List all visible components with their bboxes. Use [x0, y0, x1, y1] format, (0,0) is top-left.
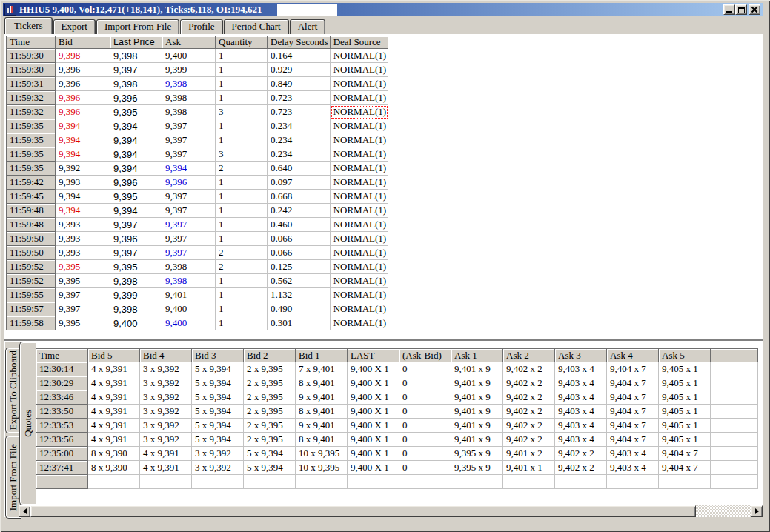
cell-time[interactable]: 11:59:32 — [7, 91, 56, 105]
cell-quantity[interactable]: 1 — [216, 274, 268, 288]
cell-delay-seconds[interactable]: 0.929 — [268, 63, 331, 77]
cell-bid2[interactable]: 5 x 9,394 — [244, 461, 296, 475]
cell-ask[interactable]: 9,397 — [162, 232, 216, 246]
cell-blank[interactable] — [711, 390, 758, 405]
cell-quantity[interactable]: 1 — [216, 302, 268, 316]
cell-deal-source[interactable]: NORMAL(1) — [331, 218, 389, 232]
cell-last-price[interactable]: 9,398 — [110, 274, 162, 288]
cell-ask1[interactable]: 9,401 x 9 — [451, 433, 503, 447]
cell-deal-source[interactable]: NORMAL(1) — [331, 162, 389, 176]
cell-ask[interactable]: 9,394 — [162, 162, 216, 176]
cell-ask[interactable]: 9,400 — [162, 316, 216, 330]
cell-blank[interactable] — [711, 419, 758, 433]
cell-bid1[interactable]: 7 x 9,401 — [296, 362, 348, 376]
cell-ask2[interactable]: 9,402 x 2 — [503, 362, 555, 376]
cell-deal-source[interactable]: NORMAL(1) — [331, 190, 389, 204]
cell-bid[interactable]: 9,395 — [56, 274, 110, 288]
cell-ask2[interactable]: 9,402 x 2 — [503, 433, 555, 447]
cell-bid1[interactable]: 8 x 9,401 — [296, 433, 348, 447]
cell-ask4[interactable]: 9,404 x 7 — [607, 376, 659, 390]
cell-delay-seconds[interactable]: 1.132 — [268, 288, 331, 302]
cell-time[interactable]: 11:59:48 — [7, 218, 56, 232]
cell-ask1[interactable]: 9,395 x 9 — [451, 461, 503, 475]
cell-bid2[interactable]: 2 x 9,395 — [244, 376, 296, 390]
cell-ask1[interactable]: 9,401 x 9 — [451, 419, 503, 433]
cell-time[interactable]: 11:59:57 — [7, 302, 56, 316]
cell-delay-seconds[interactable]: 0.234 — [268, 119, 331, 133]
cell-bid3[interactable]: 5 x 9,394 — [192, 405, 244, 419]
cell-bid2[interactable]: 2 x 9,395 — [244, 433, 296, 447]
cell-ask[interactable]: 9,400 — [162, 49, 216, 63]
cell-bid5[interactable]: 8 x 9,390 — [88, 447, 140, 461]
cell-quantity[interactable]: 1 — [216, 49, 268, 63]
cell-quantity[interactable]: 3 — [216, 147, 268, 162]
cell-delay-seconds[interactable]: 0.164 — [268, 49, 331, 63]
cell-ask2[interactable]: 9,402 x 2 — [503, 390, 555, 405]
cell-bid5[interactable] — [88, 475, 140, 489]
cell-deal-source[interactable]: NORMAL(1) — [331, 260, 389, 274]
cell-delay-seconds[interactable]: 0.066 — [268, 232, 331, 246]
cell-deal-source[interactable]: NORMAL(1) — [331, 63, 389, 77]
cell-bid3[interactable]: 5 x 9,394 — [192, 433, 244, 447]
cell-deal-source[interactable]: NORMAL(1) — [331, 91, 389, 105]
cell-askbid[interactable] — [399, 475, 451, 489]
cell-time[interactable]: 12:30:29 — [36, 376, 88, 390]
cell-time[interactable]: 12:35:00 — [36, 447, 88, 461]
cell-ask[interactable]: 9,397 — [162, 147, 216, 162]
scroll-right-button[interactable] — [751, 505, 763, 517]
cell-delay-seconds[interactable]: 0.125 — [268, 260, 331, 274]
cell-last-price[interactable]: 9,394 — [110, 162, 162, 176]
title-bar-field[interactable] — [277, 4, 337, 16]
cell-ask[interactable]: 9,397 — [162, 204, 216, 218]
cell-quantity[interactable]: 2 — [216, 246, 268, 260]
cell-ask[interactable]: 9,397 — [162, 218, 216, 232]
cell-bid1[interactable]: 10 x 9,395 — [296, 461, 348, 475]
cell-ask[interactable]: 9,397 — [162, 190, 216, 204]
cell-bid4[interactable]: 3 x 9,392 — [140, 376, 192, 390]
cell-last-price[interactable]: 9,399 — [110, 288, 162, 302]
cell-quantity[interactable]: 1 — [216, 316, 268, 330]
cell-delay-seconds[interactable]: 0.242 — [268, 204, 331, 218]
cell-ask2[interactable] — [503, 475, 555, 489]
cell-quantity[interactable]: 2 — [216, 260, 268, 274]
cell-bid[interactable]: 9,395 — [56, 316, 110, 330]
tab-period-chart[interactable]: Period Chart — [224, 19, 289, 34]
cell-deal-source[interactable]: NORMAL(1) — [331, 246, 389, 260]
cell-quantity[interactable]: 3 — [216, 105, 268, 119]
cell-time[interactable]: 12:33:56 — [36, 433, 88, 447]
cell-ask5[interactable]: 9,405 x 1 — [659, 433, 711, 447]
cell-bid[interactable]: 9,397 — [56, 288, 110, 302]
vertical-tab-quotes[interactable]: Quotes — [19, 342, 36, 505]
cell-bid2[interactable] — [244, 475, 296, 489]
cell-bid4[interactable]: 3 x 9,392 — [140, 433, 192, 447]
cell-quantity[interactable]: 1 — [216, 63, 268, 77]
cell-bid2[interactable]: 2 x 9,395 — [244, 419, 296, 433]
cell-ask3[interactable]: 9,403 x 4 — [555, 419, 607, 433]
cell-ask1[interactable]: 9,401 x 9 — [451, 362, 503, 376]
cell-ask[interactable]: 9,397 — [162, 246, 216, 260]
cell-bid[interactable]: 9,394 — [56, 204, 110, 218]
cell-time[interactable]: 11:59:50 — [7, 246, 56, 260]
cell-delay-seconds[interactable]: 0.234 — [268, 133, 331, 147]
cell-time[interactable]: 11:59:45 — [7, 190, 56, 204]
cell-last-price[interactable]: 9,400 — [110, 316, 162, 330]
cell-quantity[interactable]: 1 — [216, 190, 268, 204]
cell-ask[interactable]: 9,398 — [162, 105, 216, 119]
cell-last[interactable]: 9,400 X 1 — [348, 461, 399, 475]
cell-bid2[interactable]: 2 x 9,395 — [244, 390, 296, 405]
cell-delay-seconds[interactable]: 0.640 — [268, 162, 331, 176]
cell-bid1[interactable] — [296, 475, 348, 489]
cell-bid3[interactable]: 3 x 9,392 — [192, 461, 244, 475]
cell-time[interactable]: 11:59:35 — [7, 133, 56, 147]
cell-time[interactable]: 11:59:31 — [7, 77, 56, 91]
cell-quantity[interactable]: 1 — [216, 176, 268, 190]
cell-quantity[interactable]: 1 — [216, 232, 268, 246]
cell-last-price[interactable]: 9,396 — [110, 232, 162, 246]
scrollbar-track[interactable] — [696, 505, 751, 517]
cell-last-price[interactable]: 9,394 — [110, 119, 162, 133]
cell-askbid[interactable]: 0 — [399, 433, 451, 447]
cell-delay-seconds[interactable]: 0.460 — [268, 218, 331, 232]
cell-last[interactable]: 9,400 X 1 — [348, 376, 399, 390]
cell-bid3[interactable]: 5 x 9,394 — [192, 419, 244, 433]
cell-ask[interactable]: 9,400 — [162, 302, 216, 316]
